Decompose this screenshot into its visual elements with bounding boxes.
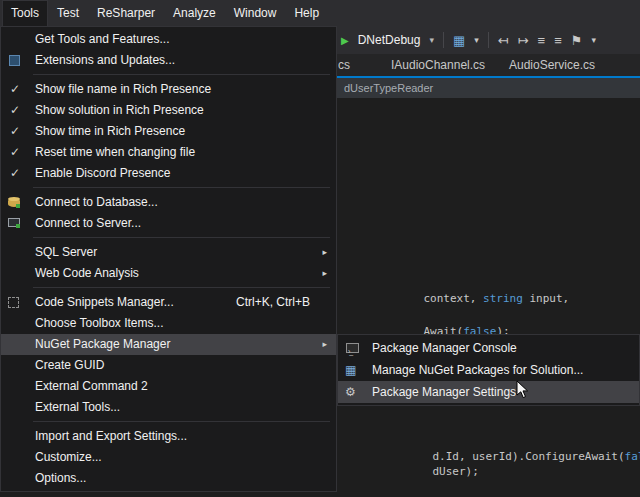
menu-item-external-tools[interactable]: External Tools... <box>1 397 336 418</box>
menu-item-reset-time-when-changing-file[interactable]: ✓ Reset time when changing file <box>1 142 336 163</box>
menu-item-label: Show solution in Rich Presence <box>35 103 204 117</box>
checkmark-icon: ✓ <box>10 79 20 100</box>
tools-menu-popup: Get Tools and Features... Extensions and… <box>0 26 337 492</box>
menu-item-label: Customize... <box>35 450 102 464</box>
menu-item-label: Web Code Analysis <box>35 266 139 280</box>
line-list-icon[interactable]: ≡ <box>538 33 546 48</box>
processes-icon[interactable]: ▦ <box>453 33 465 48</box>
menu-item-label: NuGet Package Manager <box>35 337 170 351</box>
menu-item-label: Package Manager Settings <box>372 385 516 399</box>
submenu-arrow-icon: ▸ <box>322 263 327 284</box>
submenu-item-package-manager-settings[interactable]: ⚙ Package Manager Settings <box>338 381 639 403</box>
toolbar-separator <box>488 32 489 48</box>
menu-item-label: Options... <box>35 471 86 485</box>
menu-item-label: Create GUID <box>35 358 104 372</box>
menu-item-import-and-export-settings[interactable]: Import and Export Settings... <box>1 426 336 447</box>
code-token: string <box>483 292 523 305</box>
menu-bar: Tools Test ReSharper Analyze Window Help <box>0 0 640 26</box>
navigate-backward-icon[interactable]: ↤ <box>498 33 509 48</box>
chevron-down-icon[interactable]: ▾ <box>429 35 434 45</box>
menu-item-label: Import and Export Settings... <box>35 429 187 443</box>
menu-item-label: Extensions and Updates... <box>35 53 175 67</box>
packages-grid-icon: ▦ <box>345 359 356 381</box>
menu-item-sql-server[interactable]: SQL Server ▸ <box>1 242 336 263</box>
menu-separator <box>33 187 330 188</box>
menu-item-label: Show time in Rich Presence <box>35 124 185 138</box>
menu-item-options[interactable]: Options... <box>1 468 336 489</box>
menu-item-label: External Command 2 <box>35 379 148 393</box>
code-token: context, <box>424 292 484 305</box>
submenu-arrow-icon: ▸ <box>322 334 327 355</box>
code-line: se); <box>421 485 474 497</box>
menu-separator <box>33 287 330 288</box>
menubar-item-resharper[interactable]: ReSharper <box>88 0 164 26</box>
menu-item-label: External Tools... <box>35 400 120 414</box>
menu-item-label: Show file name in Rich Presence <box>35 82 211 96</box>
navbar-member-label[interactable]: dUserTypeReader <box>344 78 433 98</box>
shortcut-label: Ctrl+K, Ctrl+B <box>236 292 310 313</box>
checkmark-icon: ✓ <box>10 100 20 121</box>
checkmark-icon: ✓ <box>10 142 20 163</box>
menu-item-get-tools-and-features[interactable]: Get Tools and Features... <box>1 29 336 50</box>
code-token: input, <box>523 292 569 305</box>
menu-item-connect-to-server[interactable]: Connect to Server... <box>1 213 336 234</box>
bookmark-icon[interactable]: ⚑ <box>571 33 583 48</box>
menu-item-create-guid[interactable]: Create GUID <box>1 355 336 376</box>
menu-item-customize[interactable]: Customize... <box>1 447 336 468</box>
tab-partial[interactable]: cs <box>338 58 350 72</box>
code-snippets-icon <box>8 297 19 308</box>
code-token: false <box>625 450 640 463</box>
menubar-item-window[interactable]: Window <box>225 0 286 26</box>
toolbar-content: ▶ DNetDebug ▾ ▦ ▾ ↤ ↦ ≡ ≡ ⚑ ▾ <box>341 26 596 54</box>
menu-item-label: Connect to Server... <box>35 216 141 230</box>
app-window: Tools Test ReSharper Analyze Window Help… <box>0 0 640 497</box>
submenu-arrow-icon: ▸ <box>322 242 327 263</box>
menubar-item-help[interactable]: Help <box>285 0 328 26</box>
navigate-forward-icon[interactable]: ↦ <box>518 33 529 48</box>
line-list-icon[interactable]: ≡ <box>554 33 562 48</box>
gear-icon: ⚙ <box>345 381 356 403</box>
menu-separator <box>33 74 330 75</box>
submenu-item-package-manager-console[interactable]: Package Manager Console <box>338 337 639 359</box>
server-icon <box>8 218 20 227</box>
toolbar-separator <box>443 32 444 48</box>
menu-item-enable-discord-presence[interactable]: ✓ Enable Discord Presence <box>1 163 336 184</box>
menu-item-external-command-2[interactable]: External Command 2 <box>1 376 336 397</box>
menu-item-label: Get Tools and Features... <box>35 32 170 46</box>
menubar-item-test[interactable]: Test <box>48 0 88 26</box>
menu-separator <box>33 421 330 422</box>
menu-item-show-file-name-rich-presence[interactable]: ✓ Show file name in Rich Presence <box>1 79 336 100</box>
menu-item-web-code-analysis[interactable]: Web Code Analysis ▸ <box>1 263 336 284</box>
menu-item-label: SQL Server <box>35 245 97 259</box>
tab-iaudiochannel[interactable]: IAudioChannel.cs <box>391 58 485 72</box>
menu-item-label: Manage NuGet Packages for Solution... <box>372 363 583 377</box>
menubar-item-analyze[interactable]: Analyze <box>164 0 225 26</box>
menu-item-label: Code Snippets Manager... <box>35 295 174 309</box>
menu-item-label: Enable Discord Presence <box>35 166 170 180</box>
submenu-item-manage-nuget-packages-for-solution[interactable]: ▦ Manage NuGet Packages for Solution... <box>338 359 639 381</box>
menubar-item-tools[interactable]: Tools <box>2 0 48 26</box>
debug-target-dropdown[interactable]: DNetDebug <box>358 33 421 47</box>
menu-item-choose-toolbox-items[interactable]: Choose Toolbox Items... <box>1 313 336 334</box>
menu-item-label: Package Manager Console <box>372 341 517 355</box>
checkmark-icon: ✓ <box>10 121 20 142</box>
menu-item-show-time-rich-presence[interactable]: ✓ Show time in Rich Presence <box>1 121 336 142</box>
menu-item-nuget-package-manager[interactable]: NuGet Package Manager ▸ <box>1 334 336 355</box>
extensions-icon <box>9 55 20 66</box>
chevron-down-icon[interactable]: ▾ <box>591 35 596 45</box>
console-icon <box>346 343 359 353</box>
menu-item-show-solution-rich-presence[interactable]: ✓ Show solution in Rich Presence <box>1 100 336 121</box>
chevron-down-icon[interactable]: ▾ <box>474 35 479 45</box>
nuget-submenu-popup: Package Manager Console ▦ Manage NuGet P… <box>337 334 640 406</box>
menu-separator <box>33 237 330 238</box>
tab-audioservice[interactable]: AudioService.cs <box>509 58 595 72</box>
menu-item-connect-to-database[interactable]: Connect to Database... <box>1 192 336 213</box>
menu-item-label: Connect to Database... <box>35 195 158 209</box>
menu-item-label: Choose Toolbox Items... <box>35 316 164 330</box>
code-token: dUser); <box>433 465 479 478</box>
menu-item-code-snippets-manager[interactable]: Code Snippets Manager... Ctrl+K, Ctrl+B <box>1 292 336 313</box>
start-debugging-button[interactable]: ▶ <box>341 35 349 46</box>
mouse-cursor <box>516 380 529 400</box>
menu-item-label: Reset time when changing file <box>35 145 195 159</box>
menu-item-extensions-and-updates[interactable]: Extensions and Updates... <box>1 50 336 71</box>
